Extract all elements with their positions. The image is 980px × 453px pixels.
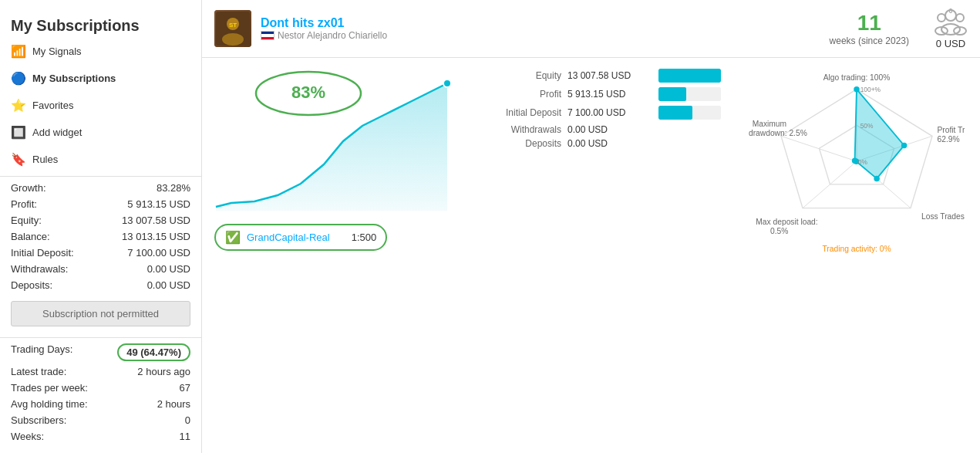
initial-deposit-row: Initial Deposit 7 100.00 USD [477,106,721,120]
stat-label: Profit: [11,198,37,210]
author-name: Nestor Alejandro Chiariello [278,30,387,41]
sidebar-item-favorites[interactable]: ⭐ Favorites [0,92,201,119]
weeks-label: weeks (since 2023) [830,35,909,46]
stat-label: Subscribers: [11,414,66,426]
star-icon: ⭐ [11,98,26,113]
stat-label: Latest trade: [11,366,66,377]
withdrawals-row: Withdrawals 0.00 USD [477,124,721,135]
sidebar-item-add-widget[interactable]: 🔲 Add widget [0,119,201,146]
deposits-value: 0.00 USD [567,138,652,149]
stat-value: 7 100.00 USD [127,247,190,259]
svg-text:ST: ST [229,22,237,29]
sidebar-item-label: My Subscriptions [32,73,116,84]
stat-label: Trading Days: [11,343,72,361]
avatar: ST [214,10,251,47]
svg-point-28 [852,157,857,163]
sidebar-item-label: Add widget [32,127,82,138]
svg-text:Algo trading: 100%: Algo trading: 100% [823,73,891,82]
signal-info: Dont hits zx01 Nestor Alejandro Chiariel… [261,16,387,41]
sidebar-stats: Growth:83.28%Profit:5 913.15 USDEquity:1… [0,180,201,293]
main-content: ST Dont hits zx01 Nestor Alejandro Chiar… [202,0,980,453]
stat-value: 67 [180,382,190,394]
page-title: My Subscriptions [0,6,201,38]
sidebar-item-my-signals[interactable]: 📶 My Signals [0,38,201,65]
initial-deposit-bar-container [658,106,721,120]
svg-text:0%: 0% [858,158,868,166]
stat-label: Weeks: [11,431,44,442]
radar-chart: Algo trading: 100% Profit Trades: 62.9% … [749,64,965,280]
flag-icon [261,31,274,40]
sidebar-item-my-subscriptions[interactable]: 🔵 My Subscriptions [0,65,201,92]
divider [0,337,201,338]
stat-label: Balance: [11,231,50,242]
initial-deposit-label: Initial Deposit [477,107,561,118]
check-icon: ✅ [225,230,241,245]
stat-row: Growth:83.28% [0,180,201,196]
withdrawals-value: 0.00 USD [567,124,652,135]
broker-name[interactable]: GrandCapital-Real [247,232,330,243]
deposits-label: Deposits [477,138,561,149]
sidebar: My Subscriptions 📶 My Signals 🔵 My Subsc… [0,0,202,453]
signal-name[interactable]: Dont hits zx01 [261,16,387,30]
stat-label: Initial Deposit: [11,247,74,259]
subscribers-usd: 0 USD [934,38,968,49]
divider [0,176,201,177]
sidebar-item-rules[interactable]: 🔖 Rules [0,146,201,173]
signal-author: Nestor Alejandro Chiariello [261,30,387,41]
svg-text:drawdown: 2.5%: drawdown: 2.5% [749,129,807,137]
metrics-area: Equity 13 007.58 USD Profit 5 913.15 USD… [464,58,733,453]
svg-point-7 [941,24,960,35]
profit-bar [658,87,686,101]
bottom-stat-row: Avg holding time:2 hours [0,396,201,412]
content-area: 83% [202,58,980,453]
deposits-row: Deposits 0.00 USD [477,138,721,149]
stat-value: 11 [180,431,190,442]
weeks-number: 11 [830,11,909,35]
svg-text:100+%: 100+% [860,86,881,93]
subscription-not-permitted-button[interactable]: Subscription not permitted [11,301,190,326]
percent-ellipse: 83% [254,70,362,117]
stat-row: Initial Deposit:7 100.00 USD [0,245,201,261]
svg-text:62.9%: 62.9% [938,135,960,144]
svg-point-26 [874,176,879,181]
svg-point-14 [443,79,451,87]
equity-label: Equity [477,70,561,81]
stat-label: Growth: [11,182,46,194]
stat-value: 83.28% [157,182,190,194]
stat-row: Withdrawals:0.00 USD [0,261,201,277]
initial-deposit-value: 7 100.00 USD [567,107,652,118]
stat-value: 5 913.15 USD [127,198,190,210]
stat-label: Equity: [11,215,42,226]
svg-text:83%: 83% [291,83,325,102]
bottom-stat-row: Trading Days: 49 (64.47%) [0,341,201,363]
stat-row: Equity:13 007.58 USD [0,212,201,228]
sidebar-item-label: Rules [32,154,58,165]
svg-text:Profit Trades:: Profit Trades: [938,126,965,134]
stat-row: Profit:5 913.15 USD [0,196,201,212]
stat-value: 2 hours [157,398,190,410]
profit-value: 5 913.15 USD [567,89,652,100]
equity-value: 13 007.58 USD [567,70,652,81]
stat-row: Balance:13 013.15 USD [0,228,201,245]
chart-area: 83% [202,58,464,453]
stat-value: 13 013.15 USD [122,231,190,242]
weeks-stat: 11 weeks (since 2023) [830,11,909,46]
initial-deposit-bar [658,106,692,120]
bottom-stat-row: Latest trade:2 hours ago [0,363,201,380]
widget-icon: 🔲 [11,125,26,140]
sidebar-item-label: Favorites [32,100,73,111]
stat-value: 0.00 USD [147,279,190,291]
radar-area: Algo trading: 100% Profit Trades: 62.9% … [733,58,980,453]
sidebar-bottom-stats: Trading Days: 49 (64.47%)Latest trade:2 … [0,341,201,445]
svg-text:0.5%: 0.5% [770,227,788,235]
stat-label: Withdrawals: [11,263,68,275]
svg-point-5 [938,14,945,22]
stat-row: Deposits:0.00 USD [0,277,201,293]
svg-text:Max deposit load:: Max deposit load: [756,218,817,226]
equity-row: Equity 13 007.58 USD [477,69,721,83]
stat-value: 0 [185,414,190,426]
broker-bar: ✅ GrandCapital-Real 1:500 [214,224,387,251]
subscriptions-icon: 🔵 [11,71,26,86]
bottom-stat-row: Subscribers:0 [0,412,201,428]
subscribers-stat: 0 0 USD [934,8,968,49]
